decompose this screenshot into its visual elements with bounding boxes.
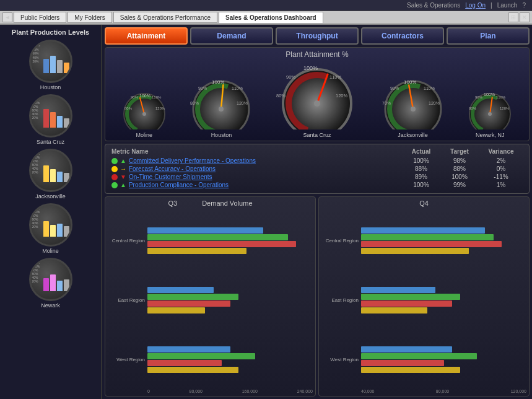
chart-q3: Q3 Demand Volume Central Region [105, 196, 316, 397]
metric-status-2: ▼ On-Time Customer Shipments [111, 173, 401, 180]
svg-point-17 [219, 107, 224, 112]
metric-row-1: → Forecast Accuracy - Operations 88% 88%… [111, 165, 523, 172]
svg-point-26 [314, 100, 320, 107]
throughput-button[interactable]: Throughput [276, 27, 359, 45]
col-variance: Variance [479, 148, 523, 155]
main-layout: Plant Production Levels 100%80%60%40%20%… [0, 25, 532, 399]
close-icon[interactable]: ✕ [520, 12, 530, 22]
metric-actual-3: 100% [403, 182, 440, 188]
sidebar-plant-jacksonville[interactable]: 120%100%80%60%40%20% Jacksonville [2, 149, 98, 200]
help-icon[interactable]: ? [522, 2, 526, 9]
svg-text:110%: 110% [232, 86, 243, 90]
nav-buttons: Attainment Demand Throughput Contractors… [105, 27, 530, 45]
svg-point-8 [142, 112, 146, 116]
app-title: Sales & Operations [407, 2, 460, 9]
metric-target-3: 99% [441, 182, 478, 188]
sidebar: Plant Production Levels 100%80%60%40%20%… [0, 25, 102, 399]
q3-central-region: Central Region [108, 227, 313, 254]
tab-sales-operations-performance[interactable]: Sales & Operations Performance [113, 12, 217, 23]
separator: | [491, 2, 492, 9]
q3-xaxis: 0 80,000 160,000 240,000 [108, 389, 313, 393]
svg-text:100%: 100% [404, 79, 416, 85]
sidebar-plant-newark[interactable]: 120%100%80%60%40%20% Newark [2, 258, 98, 309]
tab-bar: ◄ Public Folders My Folders Sales & Oper… [0, 11, 532, 25]
sidebar-plant-santacruz[interactable]: 120%100%80%60%40%20% Santa Cruz [2, 94, 98, 145]
plan-button[interactable]: Plan [447, 27, 530, 45]
metric-status-1: → Forecast Accuracy - Operations [111, 165, 401, 172]
metric-link-1[interactable]: Forecast Accuracy - Operations [129, 165, 216, 172]
q3-bar-chart: Central Region East Region [108, 211, 313, 389]
svg-text:90%: 90% [390, 86, 399, 90]
metric-target-1: 88% [441, 165, 478, 172]
metric-actual-1: 88% [403, 165, 440, 172]
sidebar-title: Plant Production Levels [2, 28, 98, 36]
newark-gauge-circle: 120%100%80%60%40%20% [29, 258, 72, 301]
svg-point-44 [488, 112, 492, 116]
status-dot-2 [111, 174, 118, 180]
chart-q4: Q4 Central Region [318, 196, 530, 397]
svg-text:120%: 120% [155, 107, 165, 110]
svg-text:90%: 90% [286, 74, 295, 80]
svg-text:90%: 90% [198, 86, 207, 90]
moline-label: Moline [42, 248, 59, 254]
houston-gauge-circle: 100%80%60%40%20% [29, 40, 72, 83]
metric-row-0: ▲ Committed Delivery Performance - Opera… [111, 157, 523, 164]
tab-public-folders[interactable]: Public Folders [14, 12, 66, 23]
status-dot-0 [111, 158, 118, 164]
metric-status-0: ▲ Committed Delivery Performance - Opera… [111, 157, 401, 164]
svg-text:100%: 100% [212, 79, 224, 85]
q3-title: Q3 [168, 200, 177, 207]
grid-icon[interactable]: ⊞ [508, 12, 518, 22]
arrow-3: ▲ [120, 182, 126, 188]
tab-my-folders[interactable]: My Folders [68, 12, 111, 23]
metric-row-2: ▼ On-Time Customer Shipments 89% 100% -1… [111, 173, 523, 180]
houston-label: Houston [40, 84, 61, 90]
svg-text:80%: 80% [124, 107, 133, 110]
svg-text:100%: 100% [139, 94, 150, 98]
launch-btn[interactable]: Launch [497, 2, 518, 9]
logon-link[interactable]: Log On [465, 2, 486, 9]
arrow-2: ▼ [120, 173, 126, 180]
metric-link-3[interactable]: Production Compliance - Operations [129, 182, 229, 188]
charts-section: Q3 Demand Volume Central Region [105, 196, 530, 397]
attainment-button[interactable]: Attainment [105, 27, 188, 45]
demand-button[interactable]: Demand [190, 27, 273, 45]
houston-gauge-svg: 90% 110% 80% 120% 100% [187, 75, 255, 129]
svg-text:80%: 80% [276, 93, 286, 99]
newark-gauge-label: Newark, NJ [476, 132, 505, 138]
attainment-title: Plant Attainment % [108, 50, 526, 59]
metric-link-0[interactable]: Committed Delivery Performance - Operati… [129, 157, 256, 164]
svg-point-35 [411, 107, 416, 112]
q3-west-region: West Region [108, 346, 313, 373]
svg-text:120%: 120% [429, 101, 440, 105]
col-metric-name: Metric Name [111, 148, 401, 155]
q4-west-region: West Region [321, 346, 526, 373]
gauge-jacksonville: 90% 110% 70% 120% 100% Jacksonville [379, 75, 447, 138]
jacksonville-gauge-svg: 90% 110% 70% 120% 100% [379, 75, 447, 129]
gauge-santacruz: 90% 110% 80% 120% 100% Santa Cruz [274, 61, 360, 138]
q4-bar-chart: Central Region East Region [321, 211, 526, 389]
tab-sales-operations-dashboard[interactable]: Sales & Operations Dashboard [219, 12, 323, 23]
newark-gauge-svg: 90% 110% 80% 120% 100% [465, 86, 515, 129]
moline-gauge-svg: 90% 110% 80% 120% 100% [120, 86, 169, 129]
sidebar-plant-moline[interactable]: 120%100%80%60%40%20% Moline [2, 203, 98, 254]
santacruz-gauge-svg: 90% 110% 80% 120% 100% [274, 61, 360, 129]
metric-link-2[interactable]: On-Time Customer Shipments [129, 173, 212, 180]
status-dot-3 [111, 182, 118, 188]
q4-xaxis: 40,000 80,000 120,000 [321, 389, 526, 393]
houston-gauge-label: Houston [211, 132, 232, 138]
sidebar-plant-houston[interactable]: 100%80%60%40%20% Houston [2, 40, 98, 90]
svg-text:110%: 110% [496, 95, 506, 99]
gauge-houston: 90% 110% 80% 120% 100% Houston [187, 75, 255, 138]
svg-text:100%: 100% [484, 92, 495, 97]
svg-text:90%: 90% [475, 95, 483, 99]
metrics-header: Metric Name Actual Target Variance [111, 148, 523, 155]
q4-title: Q4 [419, 200, 429, 207]
contractors-button[interactable]: Contractors [361, 27, 444, 45]
back-icon[interactable]: ◄ [2, 12, 12, 22]
moline-gauge-label: Moline [136, 132, 153, 138]
svg-text:70%: 70% [382, 101, 391, 105]
metric-variance-3: 1% [479, 182, 523, 188]
svg-text:90%: 90% [131, 95, 139, 99]
metric-variance-0: 2% [479, 157, 523, 164]
